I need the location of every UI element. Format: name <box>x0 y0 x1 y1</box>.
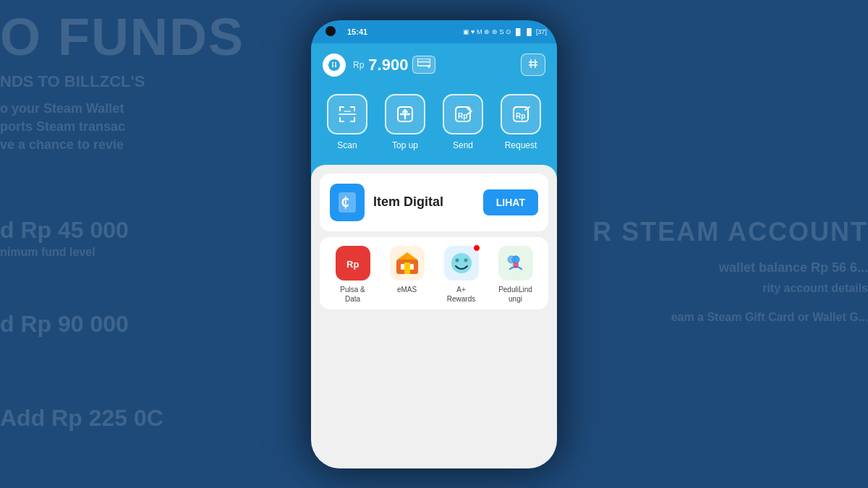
app-body: Rp 7.900 <box>311 43 557 468</box>
svg-marker-30 <box>397 252 417 260</box>
svg-rect-11 <box>354 106 355 111</box>
service-rewards[interactable]: A+Rewards <box>444 246 479 304</box>
bg-text-steam3: ve a chance to revie <box>0 137 124 153</box>
rewards-notification-dot <box>473 244 480 252</box>
add-card-button[interactable] <box>412 56 435 74</box>
bg-text-billzcl: NDS TO BILLZCL'S <box>0 72 145 91</box>
service-pulsa[interactable]: Rp Pulsa &Data <box>336 246 370 304</box>
svg-rect-33 <box>404 262 410 274</box>
bg-text-funds: O FUNDS <box>0 7 244 67</box>
rewards-label: A+Rewards <box>447 285 475 304</box>
scan-icon <box>327 94 367 134</box>
bg-text-account-details: rity account details <box>762 282 868 295</box>
service-peduli[interactable]: PeduliLindungi <box>498 246 533 304</box>
send-icon: Rp <box>443 94 483 134</box>
bg-text-min: nimum fund level <box>0 246 95 259</box>
app-logo <box>323 53 346 77</box>
svg-text:Rp: Rp <box>458 112 467 120</box>
svg-point-34 <box>451 253 472 273</box>
svg-rect-1 <box>417 61 430 63</box>
svg-point-35 <box>455 258 459 262</box>
digital-item-icon: ₵ <box>330 184 365 221</box>
connectivity-icons: ⊗ ⊛ S ⊙ <box>484 28 511 35</box>
peduli-icon <box>498 246 533 281</box>
bg-text-wallet-balance: wallet balance Rp 56 6... <box>719 260 868 275</box>
svg-rect-16 <box>339 114 356 115</box>
send-action[interactable]: Rp Send <box>443 94 483 150</box>
svg-point-38 <box>508 256 515 263</box>
svg-rect-9 <box>339 106 341 111</box>
bg-text-steam-account: R STEAM ACCOUNT <box>592 217 868 247</box>
request-label: Request <box>505 140 537 150</box>
request-icon: Rp <box>501 94 541 134</box>
balance-info: Rp 7.900 <box>353 56 435 74</box>
emas-icon <box>390 246 425 281</box>
notification-icons: ▣ ♥ M <box>463 28 482 35</box>
bg-text-steam1: o your Steam Wallet <box>0 101 124 116</box>
svg-text:Rp: Rp <box>516 112 525 120</box>
rewards-icon <box>444 246 479 281</box>
lihat-button[interactable]: LIHAT <box>483 189 538 215</box>
scan-label: Scan <box>337 140 357 150</box>
svg-text:₵: ₵ <box>341 195 349 210</box>
camera-hole <box>326 26 336 36</box>
pulsa-label: Pulsa &Data <box>340 285 365 304</box>
bg-text-45000: d Rp 45 000 <box>0 217 129 244</box>
balance-amount: 7.900 <box>368 56 408 74</box>
bg-text-gift-card: eam a Steam Gift Card or Wallet G... <box>671 311 868 324</box>
scan-action[interactable]: Scan <box>327 94 367 150</box>
peduli-label: PeduliLindungi <box>498 285 532 304</box>
pulsa-icon: Rp <box>336 246 370 281</box>
svg-text:Rp: Rp <box>346 259 359 270</box>
battery-icon: [37] <box>536 28 547 35</box>
content-area: ₵ Item Digital LIHAT Rp Pulsa &Data <box>311 165 557 468</box>
topup-action[interactable]: Top up <box>385 94 425 150</box>
svg-point-36 <box>464 258 467 262</box>
header-left: Rp 7.900 <box>323 53 435 77</box>
hash-button[interactable] <box>521 53 545 76</box>
service-emas[interactable]: eMAS <box>390 246 425 304</box>
svg-rect-32 <box>410 264 414 270</box>
app-header: Rp 7.900 <box>311 43 557 88</box>
action-buttons: Scan Top up <box>311 88 557 165</box>
phone-device: 15:41 ▣ ♥ M ⊗ ⊛ S ⊙ ▐▌ ▐▌ [37] Rp 7.900 <box>311 20 557 468</box>
svg-rect-13 <box>339 117 341 122</box>
services-row: Rp Pulsa &Data <box>320 237 548 309</box>
item-digital-banner: ₵ Item Digital LIHAT <box>320 174 548 231</box>
svg-rect-17 <box>344 111 351 112</box>
send-label: Send <box>453 140 473 150</box>
topup-icon <box>385 94 425 134</box>
status-bar: 15:41 ▣ ♥ M ⊗ ⊛ S ⊙ ▐▌ ▐▌ [37] <box>311 20 557 43</box>
bg-text-225: Add Rp 225 0C <box>0 405 163 432</box>
bg-text-steam2: ports Steam transac <box>0 119 125 134</box>
item-digital-title: Item Digital <box>373 194 475 210</box>
request-action[interactable]: Rp Request <box>501 94 541 150</box>
signal-icons: ▐▌ ▐▌ <box>514 28 534 35</box>
svg-rect-31 <box>401 264 404 270</box>
status-time: 15:41 <box>347 27 367 36</box>
balance-currency: Rp <box>353 60 364 70</box>
status-icons: ▣ ♥ M ⊗ ⊛ S ⊙ ▐▌ ▐▌ [37] <box>463 28 547 35</box>
emas-label: eMAS <box>397 285 417 294</box>
bg-text-90000: d Rp 90 000 <box>0 311 129 338</box>
topup-label: Top up <box>392 140 418 150</box>
svg-rect-15 <box>354 117 355 122</box>
